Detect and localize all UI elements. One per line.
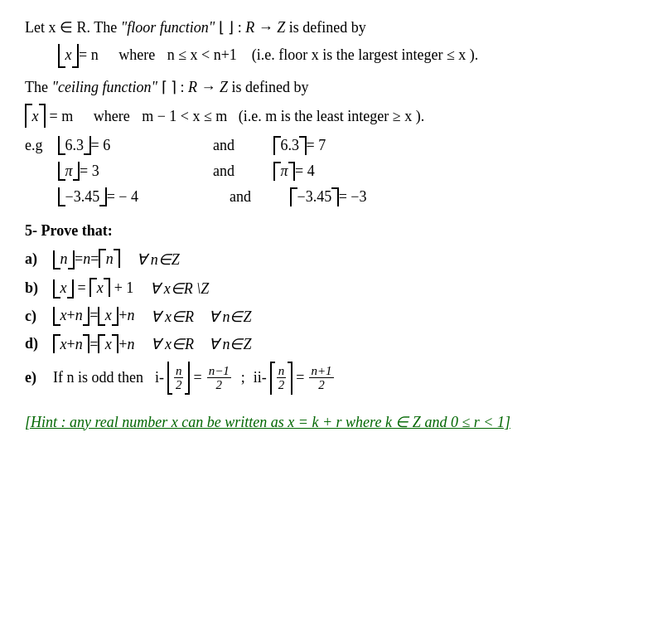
ef1-r-num: n−1 [207, 364, 231, 379]
ef1-floor-right [185, 362, 190, 395]
section-title: 5- Prove that: [25, 222, 113, 239]
e-eq1: = [193, 369, 201, 386]
section-header: 5- Prove that: [25, 220, 647, 242]
ef2-r-num: n+1 [309, 364, 333, 379]
ceil-def-text: : R → Z is defined by [181, 79, 309, 95]
pd-ceil-right [83, 334, 90, 353]
ef1-frac: n 2 [174, 364, 184, 392]
pd-ceil-right2 [112, 334, 119, 353]
problem-b: b) x = x + 1 ∀ x∈R \Z [25, 278, 647, 299]
pa-ceil-left [99, 249, 106, 268]
eg2-floor-left [58, 162, 65, 181]
eg3-ceil-right [331, 187, 339, 206]
eg1-and: and [191, 137, 257, 154]
ef2-den: 2 [277, 378, 287, 392]
eg3-ceil: −3.45 = −3 [290, 187, 423, 206]
problem-d-forall: ∀ x∈R ∀ n∈Z [151, 335, 251, 353]
pb-floor-left [53, 279, 60, 299]
problem-c-forall: ∀ x∈R ∀ n∈Z [151, 308, 251, 326]
ef1-num: n [174, 364, 184, 379]
ef2-frac: n 2 [277, 364, 287, 392]
ceil-intro-text: The [25, 79, 48, 95]
ef2-result: n+1 2 [309, 364, 333, 392]
ef1-result: n−1 2 [207, 364, 231, 392]
floor-bracket-symbol: ⌊ ⌋ [219, 19, 234, 36]
eg2-and: and [191, 163, 257, 180]
floor-formula: x = n [58, 46, 102, 63]
where-2: where [94, 108, 130, 124]
pd-ceil-left2 [98, 334, 105, 353]
eg1-ceil-right [299, 136, 307, 155]
e-ceil-frac2: n 2 [270, 362, 293, 395]
ceil-left-bracket [25, 104, 32, 128]
main-content: Let x ∈ R. The "floor function" ⌊ ⌋ : R … [25, 17, 647, 431]
eg1-floor-left [58, 136, 65, 155]
ceil-function-name: "ceiling function" [51, 79, 157, 95]
problem-e-i-label: i- [155, 369, 164, 386]
eg1-floor-right [84, 136, 91, 155]
ef1-den: 2 [174, 378, 184, 392]
problem-c-content: x+n = x +n [53, 307, 134, 326]
pb-ceil-left [89, 278, 97, 297]
pc-floor-right [83, 307, 90, 326]
where-1: where [118, 46, 155, 63]
problem-e: e) If n is odd then i- n 2 = n−1 2 ; ii-… [25, 362, 647, 395]
problem-b-content: x = x + 1 [53, 278, 133, 299]
example-row-3: −3.45 = − 4 and −3.45 = −3 [58, 187, 647, 206]
ef2-num: n [277, 364, 287, 379]
eg3-floor-left [58, 187, 65, 206]
pa-floor-right [68, 250, 75, 270]
ef2-ceil-left [270, 362, 275, 395]
label-e: e) [25, 369, 50, 386]
e-semi: ; [241, 369, 245, 386]
eg-label: e.g [25, 137, 58, 154]
example-row-2: π = 3 and π = 4 [58, 162, 647, 181]
label-b: b) [25, 279, 50, 297]
problem-a-forall: ∀ n∈Z [137, 250, 180, 269]
eg2-floor: π = 3 [58, 162, 191, 181]
label-a: a) [25, 250, 50, 268]
label-c: c) [25, 308, 50, 325]
eg1-floor: 6.3 = 6 [58, 136, 191, 155]
e-floor-frac1: n 2 [167, 362, 191, 395]
ef1-floor-left [167, 362, 172, 395]
eg2-ceil-right [288, 162, 296, 181]
hint-text: [Hint : any real number x can be written… [25, 414, 510, 430]
eg3-and: and [207, 188, 273, 206]
eg3-floor-right [99, 187, 107, 206]
floor-left-bracket [58, 44, 65, 68]
e-eq2: = [296, 369, 304, 386]
pc-floor-right2 [112, 307, 119, 326]
problem-e-ii-label: ii- [254, 369, 267, 386]
problem-b-forall: ∀ x∈R \Z [150, 279, 209, 298]
problem-d: d) x+n = x +n ∀ x∈R ∀ n∈Z [25, 334, 647, 353]
floor-formula-line: x = n where n ≤ x < n+1 (i.e. floor x is… [58, 44, 647, 68]
ceil-bracket-symbol: ⌈ ⌉ [162, 79, 177, 95]
ceil-condition: m − 1 < x ≤ m (i.e. m is the least integ… [142, 108, 424, 124]
ceil-right-bracket [39, 104, 46, 128]
problem-e-intro: If n is odd then [53, 369, 143, 386]
ef2-ceil-right [288, 362, 292, 395]
floor-right-bracket [72, 44, 80, 68]
ceil-formula-line: x = m where m − 1 < x ≤ m (i.e. m is the… [25, 104, 647, 128]
ceil-formula: x = m [25, 108, 77, 124]
floor-intro-line: Let x ∈ R. The "floor function" ⌊ ⌋ : R … [25, 17, 647, 39]
problem-c: c) x+n = x +n ∀ x∈R ∀ n∈Z [25, 307, 647, 326]
problem-a: a) n =n= n ∀ n∈Z [25, 249, 647, 270]
eg1-ceil: 6.3 = 7 [273, 136, 406, 155]
ceil-intro-line: The "ceiling function" ⌈ ⌉ : R → Z is de… [25, 76, 647, 99]
eg3-floor: −3.45 = − 4 [58, 187, 207, 206]
example-row-1: e.g 6.3 = 6 and 6.3 = 7 [25, 136, 647, 155]
hint-line: [Hint : any real number x can be written… [25, 413, 647, 431]
eg1-ceil-left [273, 136, 281, 155]
eg2-floor-right [73, 162, 80, 181]
pa-floor-left [53, 250, 60, 270]
floor-def-text: : R → Z is defined by [238, 19, 366, 36]
eg2-ceil: π = 4 [273, 162, 406, 181]
pc-floor-left2 [98, 307, 105, 326]
eg3-ceil-left [290, 187, 297, 206]
ef2-r-den: 2 [317, 378, 326, 392]
label-d: d) [25, 335, 50, 352]
floor-condition: n ≤ x < n+1 (i.e. floor x is the largest… [167, 46, 479, 63]
problem-d-content: x+n = x +n [53, 334, 134, 353]
